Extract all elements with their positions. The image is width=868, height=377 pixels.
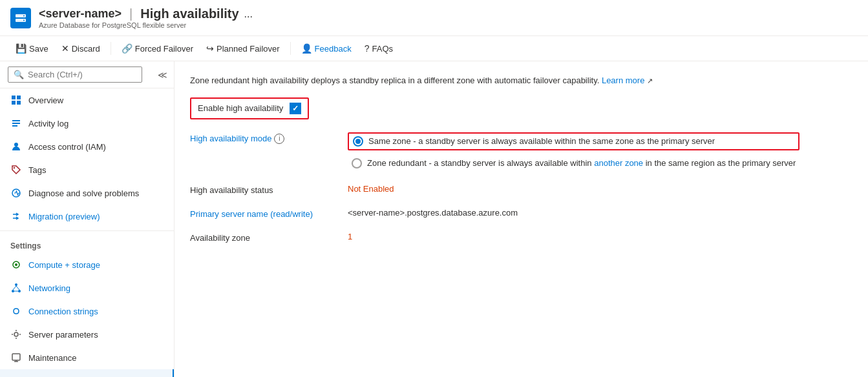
sidebar-item-activity-log[interactable]: Activity log [0, 112, 174, 135]
sidebar-item-migration-label: Migration (preview) [28, 212, 100, 221]
main-content: Zone redundant high availability deploys… [175, 61, 868, 377]
discard-icon: ✕ [61, 43, 69, 54]
sidebar-item-diagnose-label: Diagnose and solve problems [28, 188, 139, 198]
ha-status-label: High availability status [190, 184, 332, 195]
compute-storage-icon [10, 259, 22, 270]
sidebar-item-server-parameters-label: Server parameters [28, 330, 98, 340]
collapse-sidebar-button[interactable]: ≪ [153, 67, 173, 83]
zone-redundant-label: Zone redundant - a standby server is alw… [367, 158, 796, 168]
header-title-area: <server-name> | High availability ... Az… [39, 6, 253, 29]
ha-mode-row: High availability mode i Same zone - a s… [190, 132, 852, 171]
ha-mode-options: Same zone - a standby server is always a… [348, 132, 799, 171]
svg-rect-6 [12, 101, 16, 105]
main-layout: 🔍 ≪ Overview Activity log Access control… [0, 61, 868, 377]
ha-status-row: High availability status Not Enabled [190, 184, 852, 195]
forced-failover-icon: 🔗 [122, 43, 132, 54]
description-text: Zone redundant high availability deploys… [190, 74, 852, 87]
overview-icon [10, 94, 22, 106]
settings-section-header: Settings [0, 234, 174, 253]
sidebar-item-overview[interactable]: Overview [0, 88, 174, 112]
ha-mode-same-zone[interactable]: Same zone - a standby server is always a… [348, 132, 799, 150]
discard-label: Discard [72, 44, 100, 54]
page-title: High availability [140, 6, 238, 21]
sidebar-item-maintenance[interactable]: Maintenance [0, 346, 174, 369]
zone-redundant-radio[interactable] [352, 158, 362, 168]
sidebar: 🔍 ≪ Overview Activity log Access control… [0, 61, 175, 377]
svg-rect-4 [12, 96, 16, 99]
svg-rect-7 [17, 101, 21, 105]
toolbar: 💾 Save ✕ Discard 🔗 Forced Failover ↪ Pla… [0, 36, 868, 61]
svg-point-22 [14, 332, 18, 336]
ha-mode-zone-redundant[interactable]: Zone redundant - a standby server is alw… [348, 156, 799, 171]
planned-failover-icon: ↪ [206, 43, 214, 54]
header-ellipsis-menu[interactable]: ... [244, 8, 253, 20]
search-icon: 🔍 [14, 70, 24, 79]
zone-redundant-highlight: another zone [594, 158, 643, 168]
server-name: <server-name> [39, 7, 122, 21]
search-row: 🔍 ≪ [0, 61, 174, 88]
discard-button[interactable]: ✕ Discard [56, 40, 105, 57]
planned-failover-label: Planned Failover [217, 44, 280, 54]
svg-point-2 [23, 15, 25, 16]
server-icon [10, 8, 31, 28]
sidebar-item-migration[interactable]: Migration (preview) [0, 205, 174, 228]
forced-failover-button[interactable]: 🔗 Forced Failover [116, 40, 198, 57]
networking-icon [10, 282, 22, 294]
enable-ha-label: Enable high availability [198, 103, 283, 113]
ha-mode-info-icon[interactable]: i [274, 134, 284, 144]
faqs-label: FAQs [372, 44, 393, 54]
feedback-icon: 👤 [301, 43, 312, 54]
sidebar-item-server-parameters[interactable]: Server parameters [0, 323, 174, 346]
primary-server-value: <server-name>.postgres.database.azure.co… [348, 208, 518, 218]
sidebar-item-diagnose[interactable]: Diagnose and solve problems [0, 181, 174, 205]
diagnose-icon [10, 187, 22, 199]
svg-rect-10 [12, 125, 17, 127]
planned-failover-button[interactable]: ↪ Planned Failover [201, 40, 285, 57]
availability-zone-row: Availability zone 1 [190, 232, 852, 243]
faqs-icon: ? [365, 43, 370, 54]
same-zone-label: Same zone - a standby server is always a… [368, 136, 715, 146]
search-input[interactable] [28, 70, 136, 79]
sidebar-item-tags-label: Tags [28, 165, 46, 175]
svg-point-16 [15, 283, 17, 286]
same-zone-radio[interactable] [353, 136, 363, 147]
sidebar-item-access-control-label: Access control (IAM) [28, 142, 106, 152]
sidebar-item-compute-storage-label: Compute + storage [28, 260, 100, 270]
sidebar-item-compute-storage[interactable]: Compute + storage [0, 253, 174, 276]
sidebar-item-overview-label: Overview [28, 96, 63, 105]
ha-mode-label-text: High availability mode [190, 134, 271, 143]
primary-server-label: Primary server name (read/write) [190, 208, 332, 219]
save-button[interactable]: 💾 Save [10, 40, 54, 57]
svg-line-19 [13, 286, 16, 290]
tags-icon [10, 164, 22, 176]
feedback-button[interactable]: 👤 Feedback [296, 40, 357, 57]
feedback-label: Feedback [315, 44, 352, 54]
header-subtitle: Azure Database for PostgreSQL flexible s… [39, 21, 253, 29]
sidebar-item-maintenance-label: Maintenance [28, 353, 76, 363]
forced-failover-label: Forced Failover [135, 44, 193, 54]
svg-rect-5 [17, 96, 21, 99]
enable-ha-container[interactable]: Enable high availability [190, 97, 309, 119]
activity-log-icon [10, 117, 22, 129]
sidebar-item-networking[interactable]: Networking [0, 276, 174, 300]
search-box[interactable]: 🔍 [8, 66, 142, 83]
availability-zone-label: Availability zone [190, 232, 332, 243]
sidebar-item-tags[interactable]: Tags [0, 158, 174, 181]
toolbar-sep-2 [290, 42, 291, 55]
sidebar-item-high-availability[interactable]: High availability [0, 369, 174, 377]
sidebar-item-connection-strings-label: Connection strings [28, 307, 98, 316]
server-parameters-icon [10, 329, 22, 340]
learn-more-link[interactable]: Learn more [602, 76, 644, 85]
header-separator: | [129, 6, 132, 21]
availability-zone-value: 1 [348, 232, 352, 241]
svg-rect-23 [12, 354, 20, 360]
save-label: Save [29, 44, 48, 54]
primary-server-row: Primary server name (read/write) <server… [190, 208, 852, 219]
access-control-icon [10, 141, 22, 152]
connection-strings-icon [10, 305, 22, 317]
faqs-button[interactable]: ? FAQs [359, 40, 398, 57]
enable-ha-checkbox[interactable] [290, 103, 301, 114]
sidebar-item-connection-strings[interactable]: Connection strings [0, 300, 174, 323]
description-text-main: Zone redundant high availability deploys… [190, 76, 599, 85]
sidebar-item-access-control[interactable]: Access control (IAM) [0, 135, 174, 158]
